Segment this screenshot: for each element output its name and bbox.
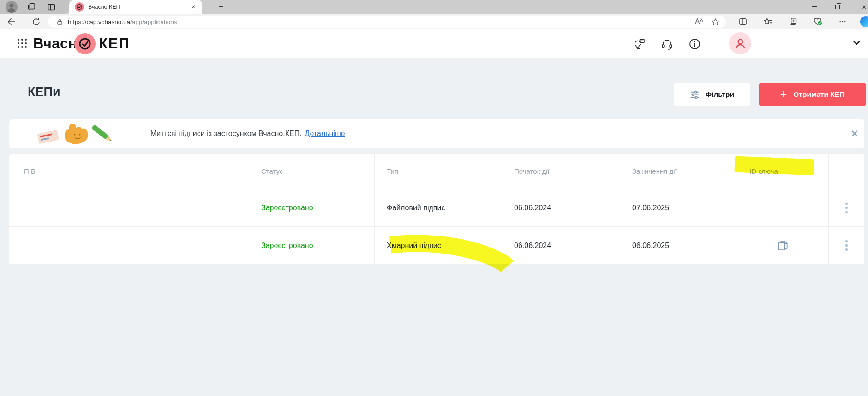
row-menu-kebab-icon[interactable] [843, 200, 850, 216]
column-header-pib[interactable]: ПІБ [9, 154, 249, 189]
copilot-icon[interactable] [860, 16, 868, 27]
settings-more-icon[interactable] [837, 16, 849, 28]
browser-window: Вчасно.КЕП ✕ + ✕ [0, 0, 868, 396]
filters-button[interactable]: Фільтри [674, 83, 750, 106]
tab-strip: Вчасно.КЕП ✕ + ✕ [0, 0, 868, 14]
read-aloud-icon[interactable] [693, 16, 705, 28]
column-header-key-id[interactable]: ID ключа [737, 154, 829, 189]
split-screen-icon[interactable] [737, 16, 749, 28]
column-header-status[interactable]: Статус [249, 154, 375, 189]
banner-close-icon[interactable]: ✕ [844, 119, 865, 148]
window-restore-button[interactable] [830, 0, 845, 14]
cell-pib [9, 189, 249, 226]
minimize-icon [812, 6, 817, 7]
tab-actions-menu-icon[interactable] [46, 2, 56, 12]
cell-pib [9, 227, 249, 264]
url-host: https://cap.vchasno.ua [68, 18, 130, 25]
cell-start-date: 06.06.2024 [502, 189, 620, 226]
cell-type: Хмарний підпис [375, 227, 502, 264]
column-header-actions [829, 154, 864, 189]
column-header-type[interactable]: Тип [375, 154, 502, 189]
refresh-icon [32, 18, 41, 26]
new-tab-button[interactable]: + [215, 1, 227, 13]
cell-status: Зареєстровано [249, 227, 375, 264]
address-bar[interactable]: https://cap.vchasno.ua/app/applications [48, 16, 726, 28]
favorites-list-icon[interactable] [762, 16, 774, 28]
profile-person-icon [6, 1, 18, 13]
banner-text: Миттєві підписи із застосунком Вчасно.КЕ… [150, 130, 302, 138]
browser-tab-active[interactable]: Вчасно.КЕП ✕ [69, 0, 202, 14]
logo-text-kep: КЕП [99, 35, 130, 52]
table-row[interactable]: Зареєстровано Файловий підпис 06.06.2024… [9, 189, 864, 227]
tab-title: Вчасно.КЕП [88, 4, 191, 10]
tab-close-icon[interactable]: ✕ [191, 4, 196, 10]
user-person-icon [734, 37, 747, 50]
get-kep-label: Отримати КЕП [793, 90, 844, 99]
browser-profile-avatar[interactable] [6, 1, 18, 13]
cell-key-id [737, 189, 829, 226]
favorite-star-icon[interactable] [709, 16, 721, 28]
feedback-idea-icon[interactable] [632, 37, 646, 51]
browser-toolbar: https://cap.vchasno.ua/app/applications [0, 14, 868, 29]
plus-icon: + [780, 89, 786, 100]
url-text[interactable]: https://cap.vchasno.ua/app/applications [68, 18, 693, 25]
user-avatar[interactable] [729, 32, 751, 54]
info-icon[interactable] [688, 37, 701, 51]
chevron-down-icon[interactable] [853, 40, 861, 45]
vchasno-favicon [75, 2, 84, 12]
vchasno-kep-logo[interactable]: Вчасн КЕП [33, 29, 130, 58]
page-title: КЕПи [28, 85, 60, 99]
row-menu-kebab-icon[interactable] [843, 237, 850, 254]
lock-icon[interactable] [56, 18, 63, 25]
cell-end-date: 06.06.2025 [620, 227, 737, 264]
promo-banner: Миттєві підписи із застосунком Вчасно.КЕ… [9, 119, 864, 148]
filters-sliders-icon [690, 90, 700, 100]
back-button[interactable] [6, 16, 17, 27]
column-header-start[interactable]: Початок дії [502, 154, 620, 189]
collections-icon[interactable] [787, 16, 799, 28]
logo-check-icon [74, 33, 96, 54]
logo-text-vchasn: Вчасн [33, 35, 77, 52]
keps-table: ПІБ Статус Тип Початок дії Закінчення ді… [9, 154, 864, 264]
support-headset-icon[interactable] [660, 37, 674, 51]
app-header: Вчасн КЕП [0, 29, 868, 58]
header-divider [717, 32, 717, 55]
filters-label: Фільтри [706, 90, 734, 99]
table-header-row: ПІБ Статус Тип Початок дії Закінчення ді… [9, 154, 864, 189]
window-close-button[interactable]: ✕ [856, 0, 868, 14]
cell-type: Файловий підпис [375, 189, 502, 226]
cell-key-id [737, 227, 829, 264]
cell-end-date: 07.06.2025 [620, 189, 737, 226]
get-kep-button[interactable]: + Отримати КЕП [759, 83, 866, 106]
cell-start-date: 06.06.2024 [502, 227, 620, 264]
apps-grid-icon[interactable] [17, 38, 28, 49]
banner-details-link[interactable]: Детальніше [305, 130, 345, 138]
restore-icon [835, 5, 840, 9]
copy-key-id-icon[interactable] [777, 239, 789, 252]
workspaces-icon[interactable] [26, 2, 36, 12]
cell-status: Зареєстровано [249, 189, 375, 226]
column-header-end[interactable]: Закінчення дії [620, 154, 737, 189]
signature-hand-illustration [35, 121, 123, 147]
back-arrow-icon [6, 17, 16, 26]
table-row[interactable]: Зареєстровано Хмарний підпис 06.06.2024 … [9, 227, 864, 264]
url-path: /app/applications [130, 18, 177, 25]
window-minimize-button[interactable] [807, 0, 822, 14]
browser-essentials-icon[interactable] [812, 16, 824, 28]
refresh-button[interactable] [30, 16, 42, 27]
